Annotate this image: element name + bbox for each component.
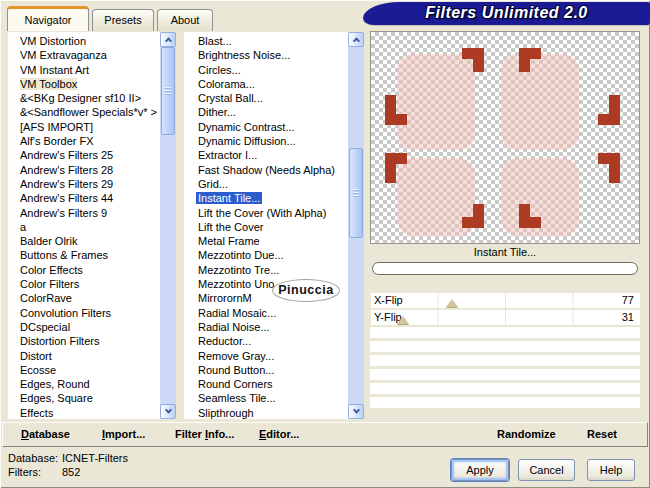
list-item[interactable]: Andrew's Filters 44 — [8, 191, 160, 205]
scroll-up-button[interactable] — [160, 32, 176, 47]
list-item[interactable]: Balder Olrik — [8, 234, 160, 248]
slider-x-flip[interactable]: X-Flip77 — [370, 293, 640, 308]
list-item[interactable]: Buttons & Frames — [8, 248, 160, 262]
tab-presets[interactable]: Presets — [92, 9, 154, 31]
list-item-label: VM Instant Art — [20, 64, 89, 76]
list-item[interactable]: [AFS IMPORT] — [8, 120, 160, 134]
list-item[interactable]: Color Filters — [8, 277, 160, 291]
filter-list-items: Blast...Brightness Noise...Circles...Col… — [184, 34, 348, 419]
help-button[interactable]: Help — [587, 459, 635, 481]
list-item[interactable]: VM Toolbox — [8, 77, 160, 91]
list-item[interactable]: Brightness Noise... — [184, 48, 348, 62]
list-item[interactable]: Circles... — [184, 63, 348, 77]
list-item[interactable]: Andrew's Filters 9 — [8, 206, 160, 220]
list-item[interactable]: Mezzotinto Tre... — [184, 263, 348, 277]
preview-box[interactable] — [370, 31, 640, 244]
cancel-button[interactable]: Cancel — [518, 459, 575, 481]
filter-listbox[interactable]: Blast...Brightness Noise...Circles...Col… — [184, 32, 364, 419]
list-item[interactable]: Reductor... — [184, 334, 348, 348]
list-item[interactable]: Dither... — [184, 105, 348, 119]
category-scrollbar[interactable] — [160, 32, 176, 419]
list-item[interactable]: Remove Gray... — [184, 349, 348, 363]
list-item[interactable]: Grid... — [184, 177, 348, 191]
grip-icon — [353, 189, 359, 197]
scrollbar-thumb[interactable] — [161, 47, 175, 135]
category-listbox[interactable]: VM DistortionVM ExtravaganzaVM Instant A… — [8, 32, 176, 419]
list-item[interactable]: VM Instant Art — [8, 63, 160, 77]
list-item[interactable]: Alf's Border FX — [8, 134, 160, 148]
preview-image — [371, 32, 639, 243]
list-item[interactable]: Effects — [8, 406, 160, 419]
list-item[interactable]: Round Button... — [184, 363, 348, 377]
list-item[interactable]: Radial Noise... — [184, 320, 348, 334]
slider-value: 31 — [622, 311, 634, 323]
list-item[interactable]: Edges, Round — [8, 377, 160, 391]
list-item[interactable]: Fast Shadow (Needs Alpha) — [184, 163, 348, 177]
reset-button[interactable]: Reset — [587, 423, 617, 446]
list-item[interactable]: Round Corners — [184, 377, 348, 391]
list-item[interactable]: Colorama... — [184, 77, 348, 91]
list-item-label: Distortion Filters — [20, 335, 99, 347]
list-item[interactable]: Mezzotinto Due... — [184, 248, 348, 262]
database-button[interactable]: Database — [21, 423, 70, 446]
list-item[interactable]: Radial Mosaic... — [184, 306, 348, 320]
slider-row-empty[interactable] — [370, 369, 640, 380]
list-item[interactable]: DCspecial — [8, 320, 160, 334]
list-item[interactable]: VM Distortion — [8, 34, 160, 48]
editor-button[interactable]: Editor... — [259, 423, 299, 446]
list-item[interactable]: Andrew's Filters 28 — [8, 163, 160, 177]
filter-info-button[interactable]: Filter Info... — [175, 423, 234, 446]
list-item[interactable]: Instant Tile... — [184, 191, 348, 205]
list-item[interactable]: &<Sandflower Specials*v* > — [8, 105, 160, 119]
list-item[interactable]: ColorRave — [8, 291, 160, 305]
list-item-label: Andrew's Filters 28 — [20, 164, 113, 176]
label-part: Filter — [175, 428, 205, 440]
list-item-label: a — [20, 221, 26, 233]
list-item[interactable]: Seamless Tile... — [184, 391, 348, 405]
list-item[interactable]: Convolution Filters — [8, 306, 160, 320]
list-item[interactable]: VM Extravaganza — [8, 48, 160, 62]
list-item[interactable]: Slipthrough — [184, 406, 348, 419]
scroll-up-button[interactable] — [348, 32, 364, 47]
list-item-label: Ecosse — [20, 364, 56, 376]
list-item[interactable]: a — [8, 220, 160, 234]
list-item-label: Color Effects — [20, 264, 83, 276]
list-item[interactable]: Extractor I... — [184, 148, 348, 162]
list-item[interactable]: Distortion Filters — [8, 334, 160, 348]
slider-thumb-icon[interactable] — [446, 299, 458, 307]
tab-about[interactable]: About — [157, 9, 213, 31]
slider-y-flip[interactable]: Y-Flip31 — [370, 310, 640, 325]
slider-label: X-Flip — [374, 294, 403, 306]
list-item[interactable]: Color Effects — [8, 263, 160, 277]
slider-row-empty[interactable] — [370, 327, 640, 338]
list-item[interactable]: Crystal Ball... — [184, 91, 348, 105]
list-item[interactable]: Edges, Square — [8, 391, 160, 405]
slider-row-empty[interactable] — [370, 341, 640, 352]
filter-scrollbar[interactable] — [348, 32, 364, 419]
list-item[interactable]: Andrew's Filters 25 — [8, 148, 160, 162]
tab-navigator[interactable]: Navigator — [7, 6, 89, 31]
list-item[interactable]: Andrew's Filters 29 — [8, 177, 160, 191]
list-item[interactable]: Dynamic Diffusion... — [184, 134, 348, 148]
slider-row-empty[interactable] — [370, 355, 640, 366]
apply-button[interactable]: Apply — [451, 459, 509, 481]
slider-row-empty[interactable] — [370, 383, 640, 394]
list-item[interactable]: &<BKg Designer sf10 II> — [8, 91, 160, 105]
list-item[interactable]: Blast... — [184, 34, 348, 48]
list-item[interactable]: Lift the Cover (With Alpha) — [184, 206, 348, 220]
list-item[interactable]: Distort — [8, 349, 160, 363]
randomize-button[interactable]: Randomize — [497, 423, 556, 446]
scroll-down-button[interactable] — [160, 404, 176, 419]
import-button[interactable]: Import... — [102, 423, 145, 446]
list-item-label: Buttons & Frames — [20, 249, 108, 261]
selected-filter-caption: Instant Tile... — [370, 246, 640, 258]
list-item[interactable]: Ecosse — [8, 363, 160, 377]
list-item-label: Dynamic Diffusion... — [198, 135, 296, 147]
list-item[interactable]: Metal Frame — [184, 234, 348, 248]
scrollbar-thumb[interactable] — [349, 148, 363, 238]
list-item[interactable]: Dynamic Contrast... — [184, 120, 348, 134]
scroll-down-button[interactable] — [348, 404, 364, 419]
slider-row-empty[interactable] — [370, 397, 640, 408]
list-item[interactable]: Lift the Cover — [184, 220, 348, 234]
slider-thumb-icon[interactable] — [397, 316, 409, 324]
